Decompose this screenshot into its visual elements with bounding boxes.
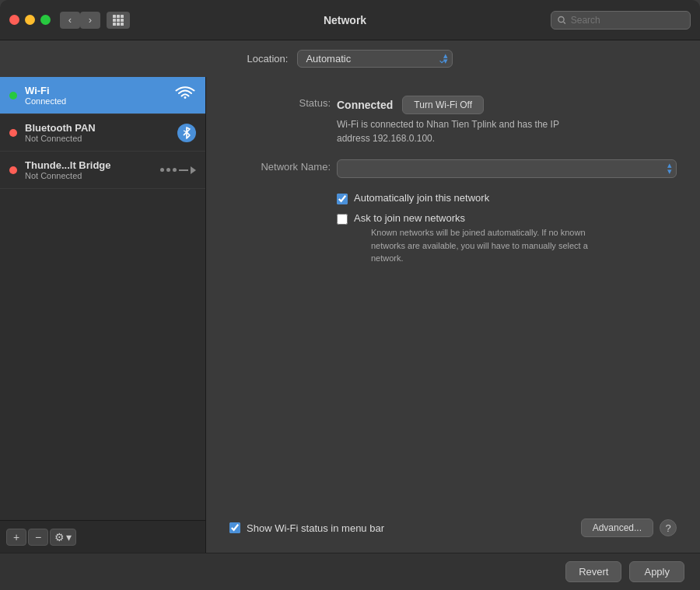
window-title: Network [139,14,551,26]
revert-button[interactable]: Revert [565,561,621,582]
ask-join-text-area: Ask to join new networks Known networks … [354,212,597,265]
auto-join-label: Automatically join this network [354,192,489,204]
remove-network-button[interactable]: − [28,529,48,546]
minimize-button[interactable] [25,15,35,25]
thunderbolt-info: Thunde...lt Bridge Not Connected [25,159,152,180]
sidebar-item-bluetooth[interactable]: Bluetooth PAN Not Connected [0,114,205,152]
bluetooth-icon [177,124,196,142]
apply-button[interactable]: Apply [629,561,684,582]
svg-line-13 [187,132,190,135]
svg-line-10 [564,22,565,23]
network-name-select[interactable] [337,159,677,178]
apps-grid-button[interactable] [107,12,130,29]
auto-join-checkbox[interactable] [337,194,348,204]
svg-line-16 [184,131,187,132]
checkboxes-area: Automatically join this network Ask to j… [229,192,677,273]
network-name-label: Network Name: [229,159,331,173]
svg-rect-0 [113,15,116,18]
traffic-lights [9,15,51,25]
status-row: Status: Connected Turn Wi-Fi Off Wi-Fi i… [229,96,677,145]
add-network-button[interactable]: + [6,529,26,546]
location-label: Location: [247,53,289,65]
auto-join-row: Automatically join this network [337,192,677,204]
ask-join-label: Ask to join new networks [354,212,465,224]
status-value-area: Connected Turn Wi-Fi Off Wi-Fi is connec… [337,96,677,145]
ask-join-row: Ask to join new networks Known networks … [337,212,677,265]
show-menubar-row: Show Wi-Fi status in menu bar [229,522,384,534]
gear-chevron-icon: ▾ [66,531,72,543]
network-name-row: Network Name: ▴ ▾ [229,159,677,178]
location-bar: Location: Automatic ▴ ▾ [0,40,700,77]
svg-line-11 [187,127,190,129]
thunderbolt-status-dot [9,166,17,174]
status-label: Status: [229,96,331,109]
ask-join-checkbox[interactable] [337,214,348,225]
status-connected-text: Connected [337,99,393,111]
svg-rect-1 [117,15,120,18]
svg-rect-3 [113,19,116,22]
wifi-icon [174,86,196,105]
back-button[interactable]: ‹ [60,12,80,29]
network-list: Wi-Fi Connected Bluetooth PAN [0,77,205,520]
help-button[interactable]: ? [660,519,677,536]
bluetooth-name: Bluetooth PAN [25,122,170,134]
wifi-status-dot [9,92,17,99]
close-button[interactable] [9,15,19,25]
search-box[interactable] [551,11,691,30]
thunderbolt-icon [160,166,196,174]
svg-rect-2 [121,15,124,18]
sidebar: Wi-Fi Connected Bluetooth PAN [0,77,206,553]
location-select[interactable]: Automatic [297,50,453,68]
main-content: Wi-Fi Connected Bluetooth PAN [0,77,700,553]
svg-rect-5 [121,19,124,22]
bottom-right-buttons: Advanced... ? [581,518,677,537]
sidebar-item-wifi[interactable]: Wi-Fi Connected [0,77,205,114]
ask-join-description: Known networks will be joined automatica… [371,226,597,265]
network-name-select-wrapper: ▴ ▾ [337,159,677,178]
bluetooth-info: Bluetooth PAN Not Connected [25,122,170,143]
svg-line-14 [187,135,190,138]
svg-line-17 [184,132,187,135]
wifi-info: Wi-Fi Connected [25,85,166,106]
svg-rect-6 [113,23,116,26]
detail-panel: Status: Connected Turn Wi-Fi Off Wi-Fi i… [206,77,700,553]
maximize-button[interactable] [40,15,51,25]
forward-button[interactable]: › [80,12,100,29]
svg-line-12 [187,129,190,132]
status-description: Wi-Fi is connected to Nhan Tien Tplink a… [337,117,586,145]
svg-rect-4 [117,19,120,22]
thunderbolt-status: Not Connected [25,171,152,180]
thunderbolt-name: Thunde...lt Bridge [25,159,152,171]
wifi-status: Connected [25,96,166,106]
titlebar: ‹ › Network [0,0,700,40]
svg-rect-8 [121,23,124,26]
show-menubar-checkbox[interactable] [229,522,240,533]
action-bar: Revert Apply [0,553,700,590]
bottom-bar: Show Wi-Fi status in menu bar Advanced..… [229,518,677,537]
show-menubar-label: Show Wi-Fi status in menu bar [247,522,384,534]
spacer [229,281,677,510]
bluetooth-status-dot [9,129,17,137]
turn-wifi-off-button[interactable]: Turn Wi-Fi Off [402,96,484,114]
svg-point-9 [558,16,564,22]
bluetooth-status: Not Connected [25,134,170,143]
search-input[interactable] [571,15,684,26]
advanced-button[interactable]: Advanced... [581,518,653,537]
location-select-wrapper: Automatic ▴ ▾ [297,50,453,68]
gear-icon: ⚙ [54,531,65,543]
sidebar-toolbar: + − ⚙ ▾ [0,520,205,553]
gear-menu-button[interactable]: ⚙ ▾ [50,529,76,546]
search-icon [558,16,566,25]
sidebar-item-thunderbolt[interactable]: Thunde...lt Bridge Not Connected [0,152,205,189]
wifi-name: Wi-Fi [25,85,166,96]
svg-rect-7 [117,23,120,26]
